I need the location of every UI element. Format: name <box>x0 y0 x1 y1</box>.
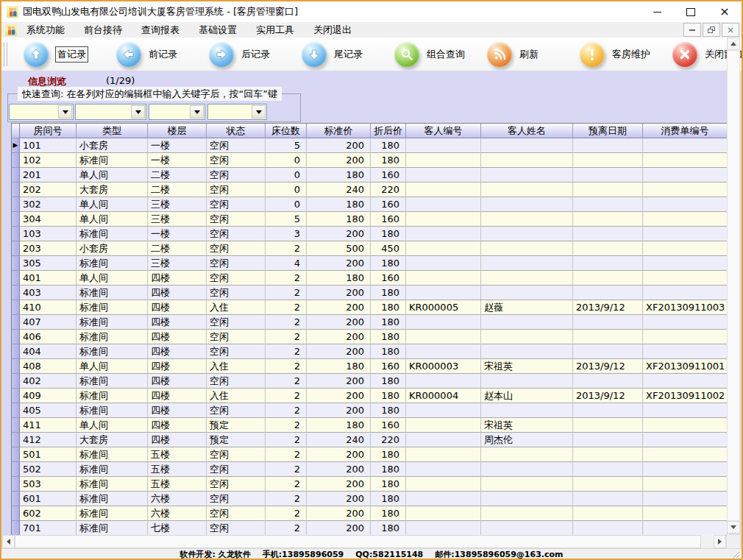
row-selector[interactable] <box>12 271 20 286</box>
table-row[interactable]: 503标准间五楼空闲2200180 <box>12 477 729 492</box>
menu-item-front-desk[interactable]: 前台接待 <box>74 24 132 37</box>
row-selector[interactable] <box>12 241 20 256</box>
row-selector[interactable] <box>12 153 20 168</box>
toolbar-drag-handle[interactable] <box>4 42 7 66</box>
row-selector[interactable] <box>12 286 20 300</box>
column-header[interactable]: 客人编号 <box>406 124 481 138</box>
dropdown-button[interactable] <box>58 105 72 118</box>
mdi-minimize-button[interactable] <box>683 23 701 37</box>
table-row[interactable]: 305标准间三楼空闲4200180 <box>12 256 729 271</box>
column-header[interactable]: 消费单编号 <box>643 124 728 138</box>
table-row[interactable]: 502标准间五楼空闲2200180 <box>12 462 729 477</box>
last-record-button[interactable]: 尾记录 <box>302 42 394 67</box>
dropdown-button[interactable] <box>190 105 204 118</box>
column-header[interactable]: 预离日期 <box>573 124 643 138</box>
combo-query-button[interactable]: 组合查询 <box>394 42 487 67</box>
table-row[interactable]: 501标准间五楼空闲2200180 <box>12 447 729 462</box>
menu-item-settings[interactable]: 基础设置 <box>189 24 246 37</box>
vertical-scrollbar[interactable] <box>727 38 740 534</box>
table-row[interactable]: ▶101小套房一楼空闲5200180 <box>12 138 729 153</box>
column-header[interactable]: 房间号 <box>20 124 77 138</box>
row-selector[interactable] <box>12 256 20 271</box>
dropdown-button[interactable] <box>252 105 266 118</box>
close-button[interactable]: × <box>708 1 742 22</box>
filter-combo-type[interactable] <box>75 104 146 120</box>
horizontal-scrollbar[interactable] <box>2 535 726 548</box>
row-selector[interactable] <box>12 418 20 433</box>
filter-combo-floor[interactable] <box>149 104 205 120</box>
room-maintenance-button[interactable]: 客房维护 <box>580 42 672 67</box>
column-header[interactable]: 楼层 <box>148 124 207 138</box>
column-header[interactable]: 类型 <box>77 124 148 138</box>
row-selector[interactable] <box>12 389 20 403</box>
menu-item-reports[interactable]: 查询报表 <box>132 24 189 37</box>
filter-input-room-number[interactable] <box>10 105 62 118</box>
refresh-button[interactable]: 刷新 <box>487 42 580 67</box>
column-header[interactable]: 客人姓名 <box>481 124 573 138</box>
row-selector[interactable] <box>12 447 20 462</box>
next-record-button[interactable]: 后记录 <box>209 42 302 67</box>
row-selector[interactable] <box>12 374 20 389</box>
table-row[interactable]: 701标准间七楼空闲2200180 <box>12 521 729 536</box>
table-row[interactable]: 403标准间四楼空闲2200180 <box>12 286 729 300</box>
table-row[interactable]: 406标准间四楼空闲2200180 <box>12 330 729 344</box>
minimize-button[interactable] <box>640 1 674 22</box>
row-selector[interactable] <box>12 168 20 182</box>
row-selector[interactable] <box>12 330 20 344</box>
menu-item-tools[interactable]: 实用工具 <box>246 24 304 37</box>
vertical-scroll-thumb[interactable] <box>727 50 740 521</box>
row-selector[interactable] <box>12 477 20 492</box>
menu-item-exit[interactable]: 关闭退出 <box>304 24 361 37</box>
column-header[interactable]: 折后价 <box>371 124 406 138</box>
column-header[interactable]: 标准价 <box>307 124 371 138</box>
row-selector[interactable] <box>12 492 20 506</box>
table-row[interactable]: 201单人间二楼空闲0180160 <box>12 168 729 182</box>
row-selector[interactable] <box>12 197 20 212</box>
table-row[interactable]: 103标准间一楼空闲3200180 <box>12 227 729 241</box>
filter-input-status[interactable] <box>209 105 255 118</box>
table-row[interactable]: 407标准间四楼空闲2200180 <box>12 315 729 330</box>
row-selector[interactable] <box>12 433 20 447</box>
row-selector[interactable] <box>12 359 20 374</box>
row-selector[interactable] <box>12 212 20 227</box>
row-selector[interactable] <box>12 403 20 418</box>
scroll-left-button[interactable] <box>2 535 15 548</box>
table-row[interactable]: 401单人间四楼空闲2180160 <box>12 271 729 286</box>
row-selector[interactable]: ▶ <box>12 138 20 153</box>
mdi-restore-button[interactable] <box>703 23 720 37</box>
table-row[interactable]: 304单人间三楼空闲5180160 <box>12 212 729 227</box>
filter-input-floor[interactable] <box>150 105 193 118</box>
table-row[interactable]: 302单人间三楼空闲0180160 <box>12 197 729 212</box>
column-header[interactable]: 床位数 <box>266 124 307 138</box>
table-row[interactable]: 411单人间四楼预定2180160宋祖英 <box>12 418 729 433</box>
table-row[interactable]: 412大套房四楼预定2240220周杰伦 <box>12 433 729 447</box>
filter-combo-status[interactable] <box>207 104 267 120</box>
scroll-up-button[interactable] <box>727 38 740 50</box>
row-selector[interactable] <box>12 227 20 241</box>
prev-record-button[interactable]: 前记录 <box>116 42 209 67</box>
row-selector[interactable] <box>12 462 20 477</box>
row-selector[interactable] <box>12 344 20 359</box>
mdi-close-button[interactable]: × <box>722 23 739 37</box>
filter-input-type[interactable] <box>77 105 135 118</box>
first-record-button[interactable]: 首记录 <box>24 42 116 67</box>
table-row[interactable]: 410标准间四楼入住2200180KR000005赵薇2013/9/12XF20… <box>12 300 729 315</box>
horizontal-scroll-thumb[interactable] <box>15 535 701 548</box>
menu-item-system[interactable]: 系统功能 <box>17 24 74 37</box>
table-row[interactable]: 202大套房二楼空闲0240220 <box>12 182 729 197</box>
row-selector[interactable] <box>12 315 20 330</box>
scroll-right-button[interactable] <box>714 535 726 548</box>
row-selector[interactable] <box>12 300 20 315</box>
table-row[interactable]: 203小套房二楼空闲2500450 <box>12 241 729 256</box>
table-row[interactable]: 402标准间四楼空闲2200180 <box>12 374 729 389</box>
maximize-button[interactable] <box>674 1 708 22</box>
table-row[interactable]: 601标准间六楼空闲2200180 <box>12 492 729 506</box>
table-row[interactable]: 404标准间四楼空闲2200180 <box>12 344 729 359</box>
table-row[interactable]: 405标准间四楼空闲2200180 <box>12 403 729 418</box>
row-selector[interactable] <box>12 521 20 536</box>
row-selector[interactable] <box>12 182 20 197</box>
table-row[interactable]: 408单人间四楼入住2180160KR000003宋祖英2013/9/12XF2… <box>12 359 729 374</box>
table-row[interactable]: 102标准间一楼空闲0200180 <box>12 153 729 168</box>
table-row[interactable]: 602标准间六楼空闲2200180 <box>12 506 729 521</box>
scroll-down-button[interactable] <box>727 521 740 534</box>
